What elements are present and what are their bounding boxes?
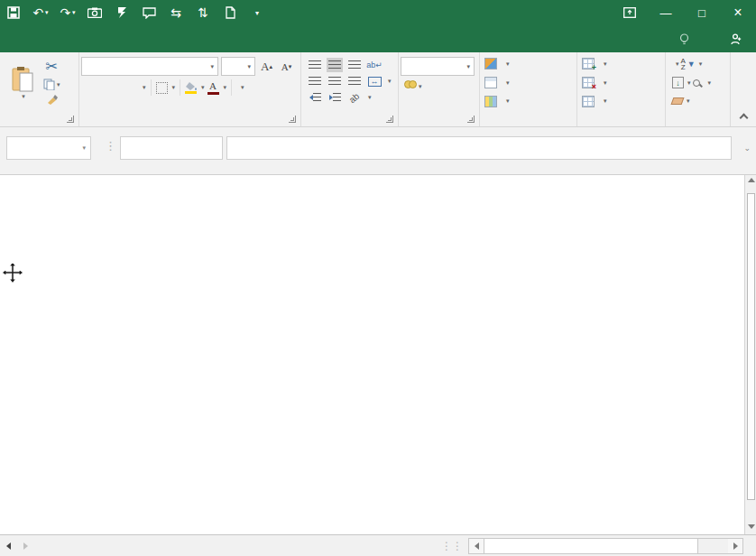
number-dialog-launcher-icon[interactable] bbox=[467, 116, 475, 123]
top-align-icon[interactable] bbox=[307, 58, 323, 72]
fill-icon[interactable]: ↓ bbox=[672, 77, 684, 88]
tabrow-right bbox=[670, 25, 756, 52]
cut-icon[interactable]: ✂ bbox=[43, 58, 60, 75]
tabbar-resize-handle[interactable]: ⋮⋮ bbox=[438, 535, 466, 556]
collapse-ribbon-icon[interactable] bbox=[739, 114, 748, 123]
borders-icon[interactable] bbox=[156, 82, 168, 94]
fill-color-dropdown-icon[interactable]: ▾ bbox=[201, 84, 205, 91]
close-icon[interactable]: × bbox=[720, 0, 756, 25]
orientation-dropdown-icon[interactable]: ▾ bbox=[368, 94, 372, 101]
merge-dropdown-icon[interactable]: ▾ bbox=[388, 78, 392, 85]
expand-formula-bar-icon[interactable]: ⌄ bbox=[743, 144, 751, 153]
previous-sheet-icon[interactable] bbox=[0, 535, 17, 556]
decrease-indent-icon[interactable] bbox=[307, 90, 323, 105]
underline-dropdown-icon[interactable]: ▾ bbox=[143, 84, 146, 91]
align-left-icon[interactable] bbox=[307, 74, 323, 88]
new-document-icon[interactable] bbox=[217, 0, 244, 25]
bold-button[interactable] bbox=[81, 79, 98, 97]
insert-cells-button[interactable]: ▾ bbox=[582, 55, 663, 73]
maximize-icon[interactable]: □ bbox=[684, 0, 720, 25]
font-color-dropdown-icon[interactable]: ▾ bbox=[224, 84, 227, 91]
paste-button[interactable]: ▾ bbox=[2, 54, 43, 111]
italic-button[interactable] bbox=[101, 79, 118, 97]
format-cells-button[interactable]: ▾ bbox=[582, 92, 663, 110]
conditional-formatting-button[interactable]: ▾ bbox=[484, 55, 575, 73]
distribute-rows-icon[interactable]: ⇅ bbox=[189, 0, 217, 25]
ribbon-tab-bar bbox=[0, 25, 756, 52]
decrease-font-icon[interactable]: A▾ bbox=[278, 58, 295, 76]
clipboard-dialog-launcher-icon[interactable] bbox=[67, 116, 74, 123]
vertical-scrollbar[interactable] bbox=[744, 175, 756, 534]
alignment-dialog-launcher-icon[interactable] bbox=[386, 116, 393, 123]
find-select-icon[interactable] bbox=[693, 79, 700, 87]
phonetic-dropdown-icon[interactable]: ▾ bbox=[241, 84, 244, 91]
scroll-right-icon[interactable] bbox=[728, 539, 742, 553]
group-number: ▾ ▾ bbox=[399, 52, 480, 126]
font-name-combo[interactable]: ▾ bbox=[81, 57, 218, 76]
delete-cells-icon bbox=[582, 77, 595, 88]
middle-align-icon[interactable] bbox=[327, 58, 343, 72]
merge-center-icon[interactable]: ↔ bbox=[366, 74, 383, 88]
delete-cells-button[interactable]: ▾ bbox=[582, 74, 663, 92]
font-dialog-launcher-icon[interactable] bbox=[289, 116, 296, 123]
screenshot-icon[interactable] bbox=[81, 0, 108, 25]
scroll-left-icon[interactable] bbox=[469, 539, 484, 553]
formula-bar-dots: ⋮ bbox=[105, 139, 116, 153]
borders-dropdown-icon[interactable]: ▾ bbox=[172, 84, 176, 91]
font-size-combo[interactable]: ▾ bbox=[221, 57, 255, 76]
sort-filter-icon[interactable]: AZ bbox=[681, 58, 686, 70]
horizontal-scrollbar[interactable] bbox=[468, 538, 743, 554]
number-format-combo[interactable]: ▾ bbox=[401, 57, 475, 76]
align-right-icon[interactable] bbox=[346, 74, 363, 88]
underline-button[interactable] bbox=[121, 79, 138, 97]
increase-indent-icon[interactable] bbox=[327, 90, 343, 105]
share-button[interactable] bbox=[720, 33, 756, 45]
next-sheet-icon[interactable] bbox=[17, 535, 34, 556]
undo-icon[interactable]: ↶▾ bbox=[27, 0, 54, 25]
undo-dropdown-icon[interactable]: ▾ bbox=[45, 9, 49, 16]
clear-icon[interactable] bbox=[671, 97, 685, 105]
window-controls: — □ × bbox=[612, 0, 756, 25]
fill-color-icon[interactable] bbox=[185, 82, 197, 94]
cell-styles-button[interactable]: ▾ bbox=[484, 92, 575, 110]
name-box-dropdown-icon[interactable]: ▾ bbox=[82, 144, 86, 152]
format-as-table-button[interactable]: ▾ bbox=[484, 74, 575, 92]
redo-dropdown-icon[interactable]: ▾ bbox=[72, 9, 76, 16]
more-sheets-button[interactable] bbox=[34, 535, 45, 556]
formula-bar: ▾ ⋮ ⌄ bbox=[0, 127, 756, 175]
ribbon-display-options-icon[interactable] bbox=[612, 0, 648, 25]
person-icon bbox=[731, 33, 742, 45]
align-center-icon[interactable] bbox=[327, 74, 343, 88]
format-painter-icon[interactable] bbox=[43, 94, 60, 105]
flash-icon[interactable] bbox=[108, 0, 135, 25]
conditional-formatting-icon bbox=[484, 58, 497, 70]
vertical-scrollbar-thumb[interactable] bbox=[747, 193, 755, 500]
scroll-up-icon[interactable] bbox=[748, 178, 755, 182]
save-icon[interactable] bbox=[0, 0, 27, 25]
name-box[interactable]: ▾ bbox=[6, 136, 91, 160]
insert-cells-icon bbox=[582, 58, 595, 70]
minimize-icon[interactable]: — bbox=[648, 0, 684, 25]
increase-font-icon[interactable]: A▴ bbox=[258, 58, 275, 76]
font-color-icon[interactable]: A bbox=[207, 81, 219, 95]
copy-dropdown-icon[interactable]: ▾ bbox=[57, 81, 60, 88]
distribute-columns-icon[interactable]: ⇆ bbox=[162, 0, 189, 25]
wrap-text-icon[interactable]: ab↵ bbox=[366, 58, 383, 72]
tell-me-box[interactable] bbox=[670, 33, 702, 45]
paste-dropdown-icon[interactable]: ▾ bbox=[22, 93, 25, 100]
copy-icon[interactable]: ▾ bbox=[43, 79, 60, 90]
group-editing: ▾ AZ▼▾ ↓▾ ▾ ▾ bbox=[666, 52, 731, 126]
orientation-icon[interactable]: ab bbox=[346, 90, 363, 105]
horizontal-scrollbar-thumb[interactable] bbox=[484, 539, 698, 553]
bottom-align-icon[interactable] bbox=[346, 58, 363, 72]
scroll-down-icon[interactable] bbox=[748, 524, 755, 529]
redo-icon[interactable]: ↷▾ bbox=[54, 0, 81, 25]
accounting-format-icon[interactable]: ▾ bbox=[404, 79, 422, 91]
comment-icon[interactable] bbox=[135, 0, 162, 25]
group-cells: ▾ ▾ ▾ bbox=[577, 52, 666, 126]
new-sheet-icon[interactable] bbox=[45, 535, 70, 556]
formula-input[interactable] bbox=[226, 136, 732, 160]
customize-qat-icon[interactable]: ▾ bbox=[244, 0, 271, 25]
sheet-tab-bar: ⋮⋮ bbox=[0, 534, 756, 556]
tab-file[interactable] bbox=[7, 25, 36, 52]
